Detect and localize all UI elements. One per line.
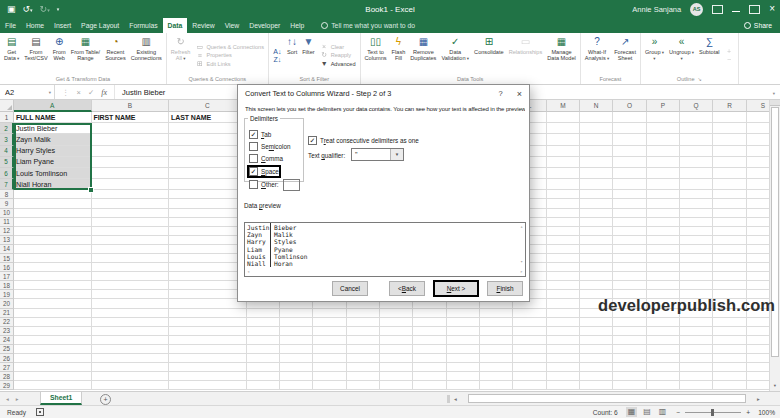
cell-N12[interactable] (580, 227, 613, 236)
cell-P11[interactable] (647, 218, 680, 227)
cell-B25[interactable] (92, 345, 170, 354)
cell-C29[interactable] (169, 381, 247, 390)
cell-N27[interactable] (580, 363, 613, 372)
scroll-down-icon[interactable]: ▾ (770, 380, 780, 391)
cell-D21[interactable] (247, 309, 280, 318)
normal-view-icon[interactable]: ▦ (626, 407, 638, 417)
cell-J29[interactable] (447, 381, 480, 390)
cell-Q17[interactable] (680, 272, 713, 281)
cell-R25[interactable] (713, 345, 746, 354)
cell-N5[interactable] (580, 157, 613, 168)
from-table-range-button[interactable]: ▦From Table/Range (69, 34, 102, 76)
cell-B1[interactable]: FIRST NAME (92, 112, 170, 123)
row-header-19[interactable]: 19 (0, 290, 14, 299)
cell-L28[interactable] (513, 372, 546, 381)
cell-M5[interactable] (547, 157, 580, 168)
cell-H27[interactable] (380, 363, 413, 372)
cell-P7[interactable] (647, 179, 680, 190)
cell-M27[interactable] (547, 363, 580, 372)
cell-M6[interactable] (547, 168, 580, 179)
from-web-button[interactable]: ⊕FromWeb (51, 34, 68, 76)
cell-N4[interactable] (580, 146, 613, 157)
chevron-down-icon[interactable]: ▼ (390, 149, 403, 160)
cell-O23[interactable] (613, 327, 646, 336)
cell-B27[interactable] (92, 363, 170, 372)
cell-P6[interactable] (647, 168, 680, 179)
cell-Q3[interactable] (680, 134, 713, 145)
cell-O4[interactable] (613, 146, 646, 157)
forecast-sheet-button[interactable]: ↗ForecastSheet (612, 34, 638, 76)
cell-E25[interactable] (280, 345, 313, 354)
cell-B14[interactable] (92, 245, 170, 254)
cell-B9[interactable] (92, 199, 170, 208)
cell-M20[interactable] (547, 299, 580, 308)
subtotal-button[interactable]: ∑Subtotal (697, 34, 722, 76)
cell-M14[interactable] (547, 245, 580, 254)
cell-E24[interactable] (280, 336, 313, 345)
cell-P8[interactable] (647, 190, 680, 199)
cell-C3[interactable] (169, 134, 247, 145)
cell-B15[interactable] (92, 254, 170, 263)
column-break-line[interactable] (270, 223, 271, 267)
row-header-16[interactable]: 16 (0, 263, 14, 272)
ribbon-display-options-icon[interactable] (712, 5, 723, 14)
cell-M24[interactable] (547, 336, 580, 345)
consolidate-button[interactable]: ⊞Consolidate (472, 34, 506, 76)
cell-B12[interactable] (92, 227, 170, 236)
cell-A1[interactable]: FULL NAME (14, 112, 92, 123)
cell-Q15[interactable] (680, 254, 713, 263)
cell-R3[interactable] (713, 134, 746, 145)
undo-icon[interactable]: ↺▾ (23, 5, 33, 14)
cell-Q26[interactable] (680, 354, 713, 363)
cell-B11[interactable] (92, 218, 170, 227)
from-text-csv-button[interactable]: ▤FromText/CSV (22, 34, 49, 76)
column-header-M[interactable]: M (547, 100, 580, 112)
cell-J25[interactable] (447, 345, 480, 354)
column-header-P[interactable]: P (647, 100, 680, 112)
row-header-28[interactable]: 28 (0, 372, 14, 381)
cell-P15[interactable] (647, 254, 680, 263)
cell-P22[interactable] (647, 318, 680, 327)
row-header-22[interactable]: 22 (0, 318, 14, 327)
cell-R23[interactable] (713, 327, 746, 336)
cell-B21[interactable] (92, 309, 170, 318)
scroll-left-icon[interactable]: ◂ (247, 270, 250, 275)
cell-B13[interactable] (92, 236, 170, 245)
tab-help[interactable]: Help (285, 18, 309, 33)
cell-A28[interactable] (14, 372, 92, 381)
manage-data-model-button[interactable]: ▦ManageData Model (545, 34, 578, 76)
cancel-button[interactable]: Cancel (332, 281, 368, 296)
cell-C4[interactable] (169, 146, 247, 157)
new-sheet-icon[interactable]: + (100, 394, 111, 405)
text-qualifier-select[interactable]: " ▼ (351, 148, 404, 161)
cell-N29[interactable] (580, 381, 613, 390)
scroll-left-icon[interactable]: ◂ (454, 392, 457, 406)
expand-formula-bar-icon[interactable]: ▾ (773, 91, 775, 96)
cell-R8[interactable] (713, 190, 746, 199)
row-header-18[interactable]: 18 (0, 281, 14, 290)
cell-Q7[interactable] (680, 179, 713, 190)
cell-Q2[interactable] (680, 123, 713, 134)
row-header-23[interactable]: 23 (0, 327, 14, 336)
cell-Q23[interactable] (680, 327, 713, 336)
cell-O26[interactable] (613, 354, 646, 363)
cell-G27[interactable] (347, 363, 380, 372)
cell-I24[interactable] (413, 336, 446, 345)
cell-M29[interactable] (547, 381, 580, 390)
cell-J22[interactable] (447, 318, 480, 327)
cell-O28[interactable] (613, 372, 646, 381)
cell-O7[interactable] (613, 179, 646, 190)
row-header-27[interactable]: 27 (0, 363, 14, 372)
cell-I23[interactable] (413, 327, 446, 336)
cell-O22[interactable] (613, 318, 646, 327)
cell-A16[interactable] (14, 263, 92, 272)
cell-N24[interactable] (580, 336, 613, 345)
cell-N3[interactable] (580, 134, 613, 145)
cell-O8[interactable] (613, 190, 646, 199)
cell-R5[interactable] (713, 157, 746, 168)
zoom-slider-thumb[interactable] (711, 409, 714, 416)
cell-Q4[interactable] (680, 146, 713, 157)
column-header-R[interactable]: R (713, 100, 746, 112)
scroll-right-icon[interactable]: ▸ (520, 270, 523, 275)
checkbox-checked-icon[interactable]: ✓ (249, 167, 258, 176)
